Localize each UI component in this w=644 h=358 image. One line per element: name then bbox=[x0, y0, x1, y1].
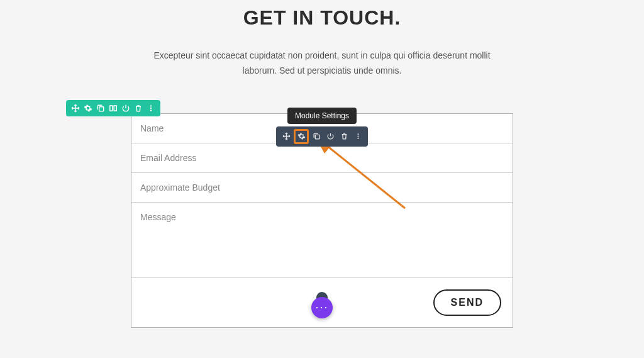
svg-rect-0 bbox=[99, 106, 104, 111]
svg-point-4 bbox=[150, 107, 152, 108]
trash-icon[interactable] bbox=[338, 130, 350, 143]
move-icon[interactable] bbox=[280, 130, 292, 143]
svg-rect-2 bbox=[114, 106, 116, 111]
module-settings-button[interactable] bbox=[294, 129, 309, 144]
duplicate-icon[interactable] bbox=[310, 130, 323, 143]
send-button[interactable]: SEND bbox=[433, 289, 501, 316]
contact-form-module[interactable]: Module Settings Name Email Address bbox=[131, 113, 513, 328]
email-field[interactable]: Email Address bbox=[131, 143, 513, 173]
module-settings-tooltip: Module Settings bbox=[287, 108, 357, 124]
svg-point-7 bbox=[357, 133, 358, 135]
svg-point-3 bbox=[150, 105, 152, 106]
more-icon[interactable] bbox=[352, 130, 364, 143]
module-toolbar bbox=[276, 126, 368, 147]
svg-point-8 bbox=[357, 136, 358, 137]
move-icon[interactable] bbox=[70, 103, 81, 114]
svg-point-5 bbox=[150, 109, 152, 111]
duplicate-icon[interactable] bbox=[95, 103, 106, 114]
columns-icon[interactable] bbox=[108, 103, 119, 114]
power-icon[interactable] bbox=[324, 130, 336, 143]
page-subtitle: Excepteur sint occaecat cupidatat non pr… bbox=[146, 48, 498, 79]
svg-rect-6 bbox=[315, 135, 319, 139]
budget-field[interactable]: Approximate Budget bbox=[131, 173, 513, 203]
gear-icon[interactable] bbox=[82, 103, 94, 114]
svg-rect-1 bbox=[110, 106, 113, 111]
more-horizontal-icon: ··· bbox=[315, 301, 328, 314]
more-icon[interactable] bbox=[145, 103, 157, 114]
page-title: GET IN TOUCH. bbox=[0, 6, 644, 30]
power-icon[interactable] bbox=[120, 103, 131, 114]
builder-fab[interactable]: ··· bbox=[311, 297, 333, 318]
form-footer: SEND ··· bbox=[131, 278, 513, 327]
message-field[interactable]: Message bbox=[131, 203, 513, 278]
section-toolbar bbox=[66, 100, 160, 116]
svg-point-9 bbox=[357, 138, 358, 139]
trash-icon[interactable] bbox=[133, 103, 144, 114]
